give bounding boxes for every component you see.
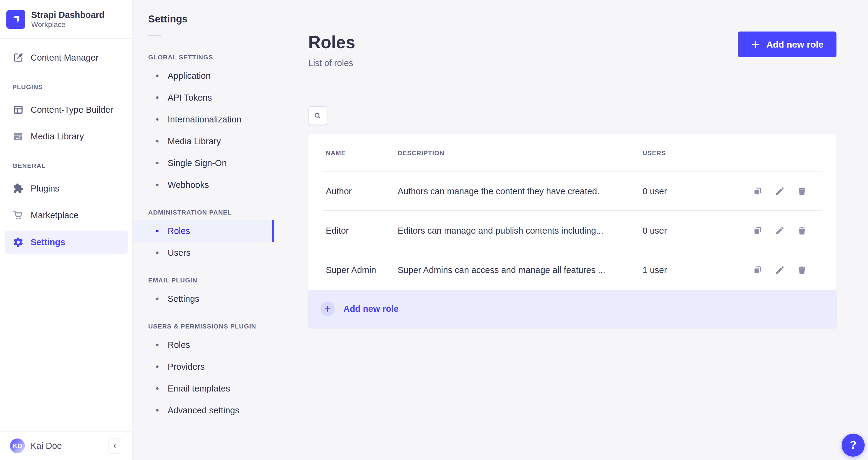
- subnav-item-webhooks[interactable]: Webhooks: [133, 174, 274, 196]
- sidebar-footer: KD Kai Doe: [0, 431, 132, 460]
- column-header-name: NAME: [308, 149, 398, 157]
- bullet-icon: [156, 74, 158, 77]
- role-description: Authors can manage the content they have…: [398, 186, 643, 196]
- sidebar-item-settings[interactable]: Settings: [5, 231, 128, 254]
- delete-button[interactable]: [797, 186, 807, 197]
- duplicate-button[interactable]: [752, 225, 763, 236]
- subnav-item-single-sign-on[interactable]: Single Sign-On: [133, 152, 274, 174]
- role-users-count: 0 user: [643, 226, 718, 236]
- bullet-icon: [156, 387, 158, 390]
- table-row[interactable]: Author Authors can manage the content th…: [308, 172, 836, 211]
- add-new-role-button[interactable]: Add new role: [738, 32, 836, 57]
- add-new-role-label: Add new role: [767, 39, 824, 50]
- main-content: Roles List of roles Add new role NAME DE…: [274, 0, 868, 460]
- sidebar-item-label: Marketplace: [31, 210, 79, 220]
- bullet-icon: [156, 162, 158, 164]
- chevron-left-icon: [111, 443, 118, 450]
- duplicate-icon: [752, 265, 763, 275]
- delete-icon: [797, 225, 807, 236]
- nav-section-general: GENERAL: [12, 162, 132, 170]
- subnav-item-application[interactable]: Application: [133, 65, 274, 87]
- subnav-section-email-plugin: EMAIL PLUGIN: [148, 276, 274, 284]
- subnav-item-roles-admin[interactable]: Roles: [133, 220, 274, 242]
- subnav-item-internationalization[interactable]: Internationalization: [133, 109, 274, 130]
- subnav-title: Settings: [148, 13, 274, 25]
- subnav-item-api-tokens[interactable]: API Tokens: [133, 87, 274, 109]
- footer-add-role-label: Add new role: [343, 304, 399, 314]
- edit-icon: [775, 225, 785, 236]
- settings-subnav: Settings GLOBAL SETTINGS Application API…: [133, 0, 274, 460]
- edit-button[interactable]: [774, 265, 785, 275]
- edit-button[interactable]: [774, 186, 785, 197]
- sidebar-item-label: Plugins: [31, 184, 59, 194]
- cart-icon: [12, 210, 24, 221]
- bullet-icon: [156, 251, 158, 254]
- subnav-item-label: Application: [167, 71, 211, 81]
- plus-icon: [324, 305, 332, 313]
- subnav-item-label: Single Sign-On: [167, 158, 227, 168]
- subnav-item-label: Providers: [167, 362, 205, 372]
- table-row[interactable]: Super Admin Super Admins can access and …: [308, 250, 836, 290]
- collapse-sidebar-button[interactable]: [108, 438, 121, 454]
- subnav-item-email-settings[interactable]: Settings: [133, 288, 274, 310]
- delete-button[interactable]: [797, 225, 807, 236]
- subnav-item-label: Roles: [167, 226, 190, 236]
- duplicate-icon: [752, 225, 763, 236]
- bullet-icon: [156, 409, 158, 411]
- sidebar-item-content-type-builder[interactable]: Content-Type Builder: [0, 96, 132, 123]
- puzzle-icon: [12, 183, 24, 194]
- sidebar-item-content-manager[interactable]: Content Manager: [0, 44, 132, 71]
- page-title: Roles: [308, 33, 355, 52]
- subnav-section-users-permissions: USERS & PERMISSIONS PLUGIN: [148, 323, 274, 330]
- subnav-item-media-library[interactable]: Media Library: [133, 130, 274, 152]
- role-users-count: 0 user: [643, 186, 718, 196]
- sidebar-item-label: Content-Type Builder: [31, 105, 113, 115]
- subnav-item-label: Internationalization: [167, 115, 241, 125]
- page-subtitle: List of roles: [308, 58, 353, 68]
- plus-icon: [751, 40, 761, 50]
- nav-section-plugins: PLUGINS: [12, 83, 132, 91]
- role-name: Editor: [308, 226, 398, 236]
- search-button[interactable]: [308, 106, 327, 125]
- subnav-item-label: Settings: [167, 294, 199, 304]
- column-header-description: DESCRIPTION: [398, 149, 643, 157]
- duplicate-button[interactable]: [752, 265, 763, 275]
- subnav-item-advanced-settings[interactable]: Advanced settings: [133, 399, 274, 421]
- table-footer-add-role[interactable]: Add new role: [308, 290, 836, 328]
- subnav-item-email-templates[interactable]: Email templates: [133, 377, 274, 399]
- role-description: Editors can manage and publish contents …: [398, 226, 643, 236]
- role-name: Super Admin: [308, 265, 398, 275]
- sidebar-item-plugins[interactable]: Plugins: [0, 175, 132, 202]
- subnav-item-roles-up[interactable]: Roles: [133, 334, 274, 356]
- search-icon: [313, 112, 322, 120]
- role-name: Author: [308, 186, 398, 196]
- sidebar-item-media-library[interactable]: Media Library: [0, 123, 132, 150]
- edit-icon: [775, 186, 785, 196]
- subnav-section-administration-panel: ADMINISTRATION PANEL: [148, 209, 274, 216]
- avatar[interactable]: KD: [10, 438, 25, 453]
- subnav-item-providers[interactable]: Providers: [133, 356, 274, 377]
- edit-button[interactable]: [774, 225, 785, 236]
- bullet-icon: [156, 96, 158, 99]
- sidebar-item-label: Content Manager: [31, 53, 98, 63]
- workspace-switcher[interactable]: Strapi Dashboard Workplace: [0, 0, 132, 39]
- subnav-item-label: Roles: [167, 340, 190, 350]
- help-button[interactable]: ?: [842, 434, 865, 457]
- delete-button[interactable]: [797, 265, 807, 275]
- table-row[interactable]: Editor Editors can manage and publish co…: [308, 211, 836, 250]
- subnav-divider: [148, 35, 161, 36]
- subnav-item-label: Advanced settings: [167, 405, 240, 416]
- subnav-item-users[interactable]: Users: [133, 242, 274, 264]
- edit-icon: [775, 265, 785, 275]
- sidebar-item-marketplace[interactable]: Marketplace: [0, 202, 132, 228]
- sidebar-item-label: Settings: [31, 237, 65, 247]
- subnav-item-label: Media Library: [167, 136, 221, 146]
- gear-icon: [12, 237, 24, 248]
- bullet-icon: [156, 230, 158, 232]
- duplicate-button[interactable]: [752, 186, 763, 197]
- duplicate-icon: [752, 186, 763, 196]
- bullet-icon: [156, 140, 158, 143]
- app-title: Strapi Dashboard: [31, 9, 104, 20]
- main-nav: Content Manager PLUGINS Content-Type Bui…: [0, 39, 132, 254]
- workspace-name: Workplace: [31, 20, 104, 29]
